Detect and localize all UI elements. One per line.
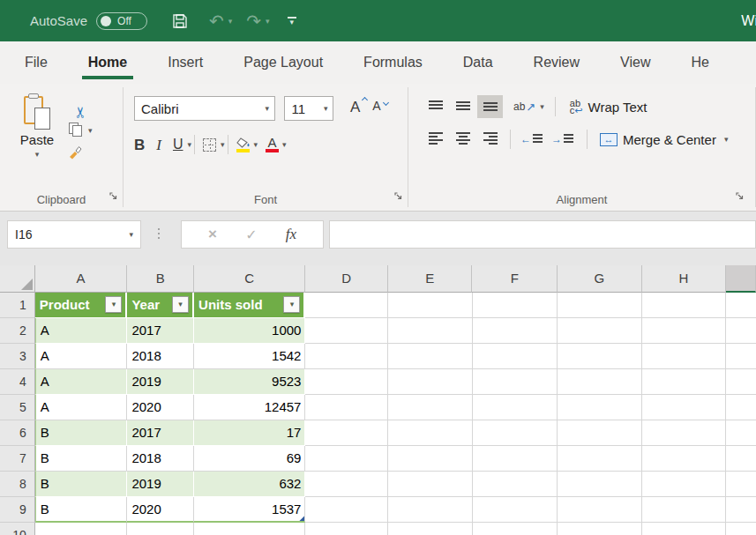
cell-H9[interactable] <box>642 497 727 523</box>
merge-center-dropdown-icon[interactable]: ▾ <box>724 135 729 144</box>
cell-A1[interactable]: Product▾ <box>35 293 128 318</box>
cell-A8[interactable]: B <box>35 472 128 497</box>
cell-C8[interactable]: 632 <box>194 472 305 497</box>
autosave-toggle[interactable]: Off <box>96 12 147 30</box>
filter-button-product[interactable]: ▾ <box>105 296 122 313</box>
tab-file[interactable]: File <box>25 41 48 84</box>
cell-I4[interactable] <box>726 369 756 395</box>
cell-G7[interactable] <box>558 446 642 472</box>
cell-F9[interactable] <box>473 497 558 523</box>
tab-formulas[interactable]: Formulas <box>363 41 423 84</box>
cell-C1[interactable]: Units sold▾ <box>194 293 305 318</box>
cell-D4[interactable] <box>305 369 388 395</box>
cell-I6[interactable] <box>726 420 756 446</box>
cell-E10[interactable] <box>388 523 473 535</box>
cell-F4[interactable] <box>473 369 558 395</box>
increase-font-size-button[interactable]: A <box>350 99 360 116</box>
cell-H8[interactable] <box>642 472 727 497</box>
cell-H10[interactable] <box>642 523 727 535</box>
tab-review[interactable]: Review <box>534 41 580 84</box>
font-size-combobox[interactable]: 11 ▾ <box>284 96 333 121</box>
cell-I1[interactable] <box>726 293 756 318</box>
cancel-button[interactable]: × <box>208 226 217 243</box>
font-dialog-launcher[interactable] <box>394 189 403 204</box>
cell-F8[interactable] <box>473 472 558 497</box>
orientation-button[interactable]: ab ↗ ▾ <box>513 100 544 114</box>
cell-D1[interactable] <box>305 293 388 318</box>
cell-D7[interactable] <box>305 446 388 472</box>
font-color-dropdown-icon[interactable]: ▾ <box>282 140 287 149</box>
tab-help[interactable]: He <box>691 41 708 84</box>
italic-button[interactable]: I <box>156 137 161 152</box>
cell-H1[interactable] <box>642 293 727 318</box>
cell-C10[interactable] <box>194 523 305 535</box>
borders-button[interactable] <box>203 138 216 152</box>
cell-E1[interactable] <box>388 293 473 318</box>
cell-G8[interactable] <box>558 472 642 497</box>
save-button[interactable] <box>171 12 189 30</box>
cell-B4[interactable]: 2019 <box>127 369 194 395</box>
font-size-dropdown-icon[interactable]: ▾ <box>324 104 328 113</box>
cell-D8[interactable] <box>305 472 388 497</box>
cell-I2[interactable] <box>726 318 756 344</box>
column-header-A[interactable]: A <box>35 265 128 293</box>
cell-F7[interactable] <box>473 446 558 472</box>
cell-H2[interactable] <box>642 318 727 344</box>
cell-H5[interactable] <box>642 395 727 420</box>
cell-C3[interactable]: 1542 <box>194 344 305 369</box>
row-header-2[interactable]: 2 <box>0 318 35 344</box>
cell-B3[interactable]: 2018 <box>127 344 194 369</box>
row-header-1[interactable]: 1 <box>0 293 35 318</box>
column-header-E[interactable]: E <box>388 265 473 293</box>
column-header-F[interactable]: F <box>472 265 558 293</box>
column-header-D[interactable]: D <box>305 265 388 293</box>
cell-E8[interactable] <box>388 472 473 497</box>
cell-B9[interactable]: 2020 <box>127 497 194 523</box>
font-name-dropdown-icon[interactable]: ▾ <box>265 104 269 113</box>
undo-button[interactable]: ↶ ▾ <box>209 12 232 30</box>
cell-G3[interactable] <box>558 344 642 369</box>
copy-dropdown-icon[interactable]: ▾ <box>88 126 93 135</box>
customize-quick-access-toolbar-button[interactable]: ▾ <box>288 17 296 25</box>
cell-I5[interactable] <box>726 395 756 420</box>
align-left-button[interactable] <box>423 128 448 151</box>
cell-G2[interactable] <box>558 318 642 344</box>
cell-B10[interactable] <box>127 523 194 535</box>
cell-G6[interactable] <box>558 420 642 446</box>
cell-G1[interactable] <box>558 293 642 318</box>
cell-F10[interactable] <box>473 523 558 535</box>
borders-dropdown-icon[interactable]: ▾ <box>221 140 225 149</box>
align-right-button[interactable] <box>477 128 503 151</box>
filter-button-year[interactable]: ▾ <box>172 296 189 313</box>
row-header-4[interactable]: 4 <box>0 369 35 395</box>
cell-B5[interactable]: 2020 <box>127 395 194 420</box>
cell-A9[interactable]: B <box>35 497 128 523</box>
cell-B8[interactable]: 2019 <box>127 472 194 497</box>
cell-D9[interactable] <box>305 497 388 523</box>
row-header-5[interactable]: 5 <box>0 395 35 420</box>
middle-align-button[interactable] <box>450 95 475 118</box>
cell-D5[interactable] <box>305 395 388 420</box>
cell-H3[interactable] <box>642 344 727 369</box>
cell-F1[interactable] <box>473 293 558 318</box>
cell-D6[interactable] <box>305 420 388 446</box>
tab-home[interactable]: Home <box>88 41 127 84</box>
decrease-indent-button[interactable]: ← <box>520 133 543 145</box>
tab-page-layout[interactable]: Page Layout <box>243 41 323 84</box>
cell-G4[interactable] <box>558 369 642 395</box>
cell-H4[interactable] <box>642 369 727 395</box>
name-box-dropdown-icon[interactable]: ▾ <box>129 230 133 239</box>
cell-E9[interactable] <box>388 497 473 523</box>
decrease-font-size-button[interactable]: A <box>372 99 380 116</box>
wrap-text-button[interactable]: ab c↩ Wrap Text <box>570 100 647 115</box>
column-header-H[interactable]: H <box>642 265 727 293</box>
top-align-button[interactable] <box>423 95 448 118</box>
cell-D3[interactable] <box>305 344 388 369</box>
cell-I10[interactable] <box>726 523 756 535</box>
cell-E4[interactable] <box>388 369 473 395</box>
filter-button-units-sold[interactable]: ▾ <box>283 296 300 313</box>
cell-E7[interactable] <box>388 446 473 472</box>
cell-D2[interactable] <box>305 318 388 344</box>
cell-C9[interactable]: 1537 <box>194 497 305 523</box>
undo-dropdown-icon[interactable]: ▾ <box>228 17 233 26</box>
